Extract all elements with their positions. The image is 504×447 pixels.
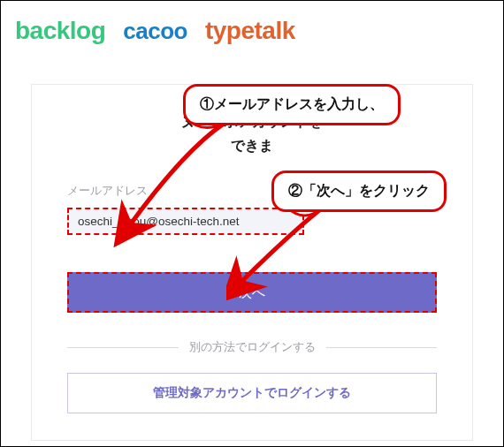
divider-text: 別の方法でログインする — [189, 339, 316, 355]
logo-cacoo: cacoo — [123, 18, 187, 45]
product-logos: backlog cacoo typetalk — [1, 1, 503, 52]
logo-typetalk: typetalk — [205, 17, 295, 45]
callout-2: ②「次へ」をクリック — [271, 170, 447, 212]
managed-account-login-button[interactable]: 管理対象アカウントでログインする — [67, 373, 437, 413]
login-panel: ヌーラボアカウントを できま メールアドレス 次へ 別の方法でログインする 管理… — [31, 84, 473, 441]
logo-backlog: backlog — [15, 17, 105, 45]
alt-login-divider: 別の方法でログインする — [67, 339, 437, 355]
next-button-wrap: 次へ — [67, 272, 437, 313]
email-field[interactable] — [67, 208, 304, 235]
email-field-wrap — [67, 208, 437, 235]
heading-line-2: できま — [231, 138, 273, 153]
next-button[interactable]: 次へ — [67, 272, 437, 313]
callout-1: ①メールアドレスを入力し、 — [183, 84, 401, 125]
